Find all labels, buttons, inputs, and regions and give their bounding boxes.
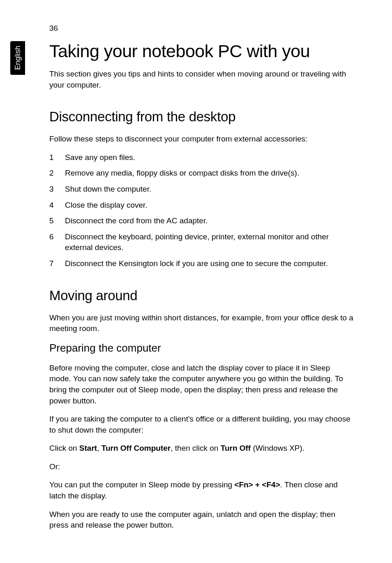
- paragraph-sleep: You can put the computer in Sleep mode b…: [49, 480, 353, 501]
- page-content: Taking your notebook PC with you This se…: [49, 41, 353, 538]
- bold-turnoff: Turn Off: [221, 444, 251, 452]
- paragraph-or: Or:: [49, 461, 353, 473]
- bold-turnoffcomputer: Turn Off Computer: [101, 444, 171, 452]
- intro-paragraph: This section gives you tips and hints to…: [49, 69, 353, 90]
- list-item: Close the display cover.: [49, 200, 353, 211]
- text-span: , then click on: [171, 444, 220, 452]
- text-span: ,: [97, 444, 101, 452]
- list-item: Disconnect the cord from the AC adapter.: [49, 215, 353, 227]
- list-item: Disconnect the keyboard, pointing device…: [49, 232, 353, 253]
- section-disconnecting-intro: Follow these steps to disconnect your co…: [49, 134, 353, 145]
- page-title: Taking your notebook PC with you: [49, 41, 353, 61]
- paragraph: Before moving the computer, close and la…: [49, 363, 353, 406]
- paragraph-turnoff: Click on Start, Turn Off Computer, then …: [49, 443, 353, 454]
- language-tab: English: [10, 41, 25, 75]
- text-span: Click on: [49, 444, 79, 452]
- disconnect-steps-list: Save any open files. Remove any media, f…: [49, 152, 353, 269]
- page-number: 36: [49, 24, 58, 33]
- text-span: You can put the computer in Sleep mode b…: [49, 480, 234, 489]
- list-item: Shut down the computer.: [49, 184, 353, 195]
- bold-start: Start: [79, 444, 97, 452]
- section-moving-intro: When you are just moving within short di…: [49, 313, 353, 334]
- list-item: Remove any media, floppy disks or compac…: [49, 168, 353, 179]
- text-span: (Windows XP).: [251, 444, 304, 452]
- section-moving-heading: Moving around: [49, 288, 353, 304]
- paragraph: When you are ready to use the computer a…: [49, 509, 353, 531]
- list-item: Save any open files.: [49, 152, 353, 163]
- paragraph: If you are taking the computer to a clie…: [49, 414, 353, 436]
- subsection-preparing-heading: Preparing the computer: [49, 342, 353, 354]
- language-tab-label: English: [14, 45, 22, 71]
- list-item: Disconnect the Kensington lock if you ar…: [49, 258, 353, 269]
- bold-fnf4: <Fn> + <F4>: [234, 480, 280, 489]
- section-disconnecting-heading: Disconnecting from the desktop: [49, 109, 353, 125]
